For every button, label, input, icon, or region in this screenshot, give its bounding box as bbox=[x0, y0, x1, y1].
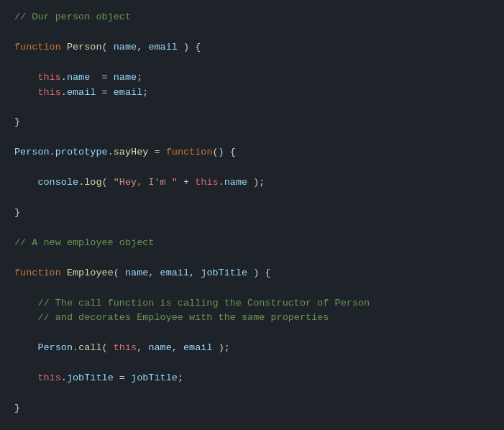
code-line-blank-5 bbox=[14, 160, 490, 175]
code-line-comment-3: // The call function is calling the Cons… bbox=[14, 296, 490, 311]
code-line-blank-7 bbox=[14, 221, 490, 236]
code-line-comment-2: // A new employee object bbox=[14, 236, 490, 251]
code-editor: // Our person object function Person( na… bbox=[0, 0, 504, 430]
code-line-blank-6 bbox=[14, 191, 490, 206]
code-line-blank-1 bbox=[14, 25, 490, 40]
code-line-close-1: } bbox=[14, 115, 490, 130]
code-line-blank-4 bbox=[14, 130, 490, 145]
code-line-this-name: this.name = name; bbox=[14, 70, 490, 86]
code-line-this-email: this.email = email; bbox=[14, 86, 490, 101]
code-line-blank-3 bbox=[14, 101, 490, 116]
code-line-func-person: function Person( name, email ) { bbox=[14, 40, 490, 55]
code-line-close-2: } bbox=[14, 206, 490, 221]
code-line-blank-11 bbox=[14, 356, 490, 371]
code-line-console-log: console.log( "Hey, I'm " + this.name ); bbox=[14, 175, 490, 191]
code-line-prototype-sayhey: Person.prototype.sayHey = function() { bbox=[14, 145, 490, 160]
code-line-blank-8 bbox=[14, 251, 490, 266]
code-line-close-3: } bbox=[14, 401, 490, 416]
code-line-blank-9 bbox=[14, 281, 490, 296]
code-line-person-call: Person.call( this, name, email ); bbox=[14, 341, 490, 356]
code-line-this-jobtitle: this.jobTitle = jobTitle; bbox=[14, 371, 490, 386]
code-line-func-employee: function Employee( name, email, jobTitle… bbox=[14, 266, 490, 281]
code-line-blank-10 bbox=[14, 326, 490, 341]
code-line-blank-12 bbox=[14, 386, 490, 401]
code-line-blank-2 bbox=[14, 55, 490, 70]
code-line-blank-13 bbox=[14, 416, 490, 430]
code-line-comment-4: // and decorates Employee with the same … bbox=[14, 311, 490, 326]
code-line-comment-1: // Our person object bbox=[14, 10, 490, 25]
